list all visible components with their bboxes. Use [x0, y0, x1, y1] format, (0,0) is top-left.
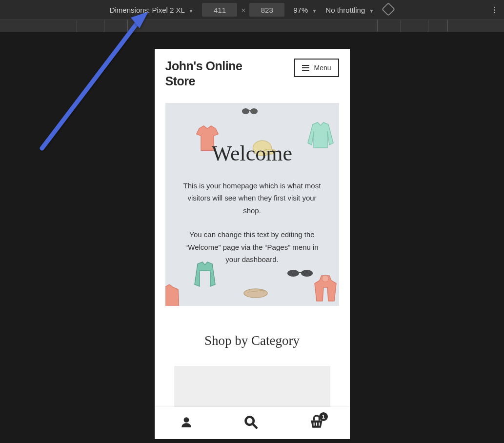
bottom-nav: 1 [155, 407, 350, 439]
svg-point-1 [250, 108, 257, 114]
rotate-button[interactable] [383, 3, 394, 17]
cart-badge: 1 [319, 412, 328, 421]
hero-section: Welcome This is your homepage which is w… [165, 103, 339, 306]
menu-button[interactable]: Menu [294, 59, 339, 77]
device-preview-area: John's Online Store Menu Welcome This is… [0, 32, 504, 443]
caret-down-icon: ▼ [189, 8, 194, 14]
caret-down-icon: ▼ [312, 8, 317, 14]
cart-button[interactable]: 1 [309, 415, 324, 431]
svg-point-6 [301, 270, 313, 277]
search-button[interactable] [244, 415, 258, 431]
width-input[interactable] [202, 3, 237, 17]
rotate-icon [382, 2, 395, 16]
sunglasses-icon [242, 106, 258, 117]
hero-paragraph-1: This is your homepage which is what most… [178, 180, 326, 217]
account-button[interactable] [180, 416, 193, 430]
zoom-dropdown[interactable]: 97% ▼ [293, 6, 317, 14]
svg-point-5 [287, 270, 299, 277]
site-header: John's Online Store Menu [155, 49, 350, 96]
tshirt-icon [165, 284, 179, 306]
svg-point-0 [242, 108, 249, 114]
zoom-value: 97% [293, 6, 308, 14]
device-frame: John's Online Store Menu Welcome This is… [155, 49, 350, 439]
dimensions-dropdown[interactable]: Dimensions: Pixel 2 XL ▼ [110, 6, 194, 14]
more-options-button[interactable] [494, 7, 495, 13]
hero-title: Welcome [178, 141, 326, 166]
shoe-icon [243, 284, 268, 299]
svg-point-7 [322, 275, 329, 282]
device-name: Pixel 2 XL [152, 6, 184, 14]
site-title[interactable]: John's Online Store [165, 59, 273, 89]
height-input[interactable] [249, 3, 284, 17]
size-inputs: × [202, 3, 284, 17]
dimensions-label: Dimensions: [110, 6, 150, 14]
devtools-toolbar: Dimensions: Pixel 2 XL ▼ × 97% ▼ No thro… [0, 0, 504, 20]
shop-section-title: Shop by Category [155, 333, 350, 348]
caret-down-icon: ▼ [369, 8, 374, 14]
ruler [0, 20, 504, 32]
search-icon [244, 415, 258, 429]
menu-label: Menu [314, 64, 331, 72]
throttling-dropdown[interactable]: No throttling ▼ [325, 6, 374, 14]
svg-line-10 [253, 424, 257, 428]
svg-point-8 [184, 417, 189, 423]
sunglasses-icon [286, 268, 314, 279]
size-separator: × [241, 6, 245, 14]
throttling-value: No throttling [325, 6, 365, 14]
hoodie-icon [313, 274, 338, 303]
user-icon [180, 416, 193, 428]
hamburger-icon [302, 65, 309, 71]
hero-paragraph-2: You can change this text by editing the … [178, 228, 326, 266]
